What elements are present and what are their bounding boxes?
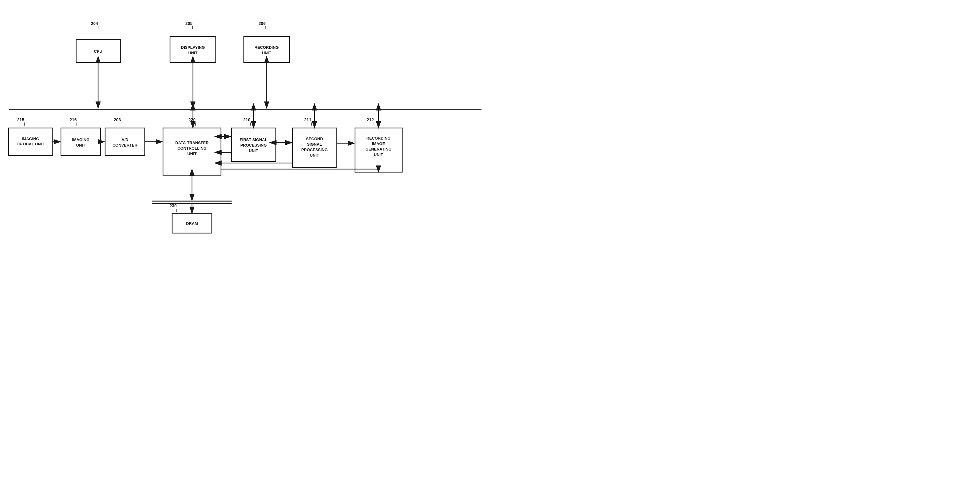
cpu-label: CPU (94, 49, 102, 54)
recording-image-label-1: RECORDING (366, 136, 390, 140)
recording-image-label-2: IMAGE (372, 142, 385, 146)
imaging-optical-ref-label: 215 (17, 117, 24, 122)
recording-image-label-4: UNIT (374, 153, 383, 157)
dram-label: DRAM (186, 221, 198, 226)
recording-unit-block (244, 37, 290, 62)
displaying-ref-label: 205 (185, 21, 192, 26)
imaging-optical-label-1: IMAGING (22, 137, 39, 141)
recording-unit-label-1: RECORDING (255, 45, 278, 50)
data-transfer-label-3: UNIT (188, 151, 197, 156)
second-signal-label-1: SECOND (306, 137, 323, 141)
first-signal-label-3: UNIT (249, 148, 258, 153)
second-signal-label-2: SIGNAL (307, 142, 322, 146)
cpu-ref-label: 204 (91, 21, 98, 26)
recording-image-ref-label: 212 (367, 117, 374, 122)
ad-converter-label-2: CONVERTER (113, 143, 137, 148)
second-signal-label-4: UNIT (310, 153, 319, 157)
recording-image-label-3: GENERATING (365, 147, 391, 151)
recording-unit-ref-label: 206 (258, 21, 266, 26)
imaging-unit-label-1: IMAGING (72, 137, 89, 142)
imaging-optical-label-2: OPTICAL UNIT (17, 142, 45, 146)
first-signal-ref-label: 210 (243, 117, 250, 122)
data-transfer-label-2: CONTROLLING (177, 146, 206, 151)
recording-unit-label-2: UNIT (262, 51, 271, 55)
data-transfer-label-1: DATA-TRANSFER (175, 140, 209, 145)
displaying-label-1: DISPLAYING (181, 45, 205, 50)
imaging-unit-label-2: UNIT (76, 143, 85, 148)
second-signal-ref-label: 211 (304, 117, 312, 122)
ad-converter-label-1: A/D (122, 137, 128, 142)
first-signal-label-2: PROCESSING (240, 143, 267, 148)
displaying-block (170, 37, 216, 62)
displaying-label-2: UNIT (188, 51, 197, 55)
ad-converter-ref-label: 203 (114, 117, 121, 122)
second-signal-label-3: PROCESSING (301, 148, 328, 152)
first-signal-label-1: FIRST SIGNAL (240, 137, 267, 142)
diagram-container: 204 CPU 205 DISPLAYING UNIT 206 RECORDIN… (0, 0, 490, 250)
imaging-unit-ref-label: 216 (70, 117, 77, 122)
data-transfer-ref-label: 220 (188, 117, 196, 122)
